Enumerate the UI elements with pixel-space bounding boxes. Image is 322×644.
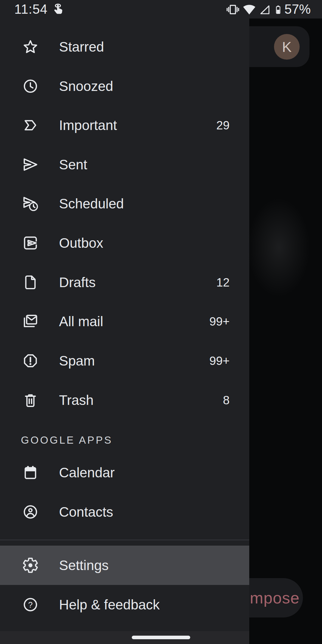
google-apps-section-header: GOOGLE APPS [21, 431, 113, 449]
navigation-drawer: Starred Snoozed Important 29 [0, 18, 249, 644]
status-bar: 11:54 [0, 0, 322, 18]
contacts-icon [22, 504, 39, 520]
clock-text: 11:54 [14, 0, 48, 18]
drawer-item-label: All mail [59, 302, 103, 341]
drawer-item-contacts[interactable]: Contacts [0, 492, 249, 532]
drawer-item-label: Drafts [59, 263, 96, 302]
drawer-item-label: Outbox [59, 223, 103, 263]
settings-gear-icon [22, 557, 39, 574]
drawer-item-label: Contacts [59, 492, 113, 532]
drawer-item-sent[interactable]: Sent [0, 145, 249, 184]
touch-gesture-icon [51, 3, 65, 16]
drawer-item-important[interactable]: Important 29 [0, 106, 249, 145]
gesture-handle[interactable] [132, 636, 190, 639]
drawer-item-settings[interactable]: Settings [0, 546, 249, 585]
trash-icon [22, 392, 39, 408]
svg-text:?: ? [28, 600, 33, 609]
label-important-icon [22, 117, 39, 134]
drawer-item-label: Trash [59, 380, 94, 420]
battery-percent-text: 57% [284, 0, 311, 18]
drawer-item-drafts[interactable]: Drafts 12 [0, 263, 249, 302]
all-mail-icon [22, 313, 39, 330]
navbar-shade [0, 631, 249, 644]
spam-icon [22, 352, 39, 369]
wifi-icon [243, 3, 256, 16]
drawer-item-outbox[interactable]: Outbox [0, 223, 249, 263]
drawer-item-label: Scheduled [59, 184, 124, 223]
drawer-item-count: 12 [216, 263, 230, 302]
drawer-item-trash[interactable]: Trash 8 [0, 380, 249, 420]
draft-file-icon [22, 274, 39, 291]
drawer-item-count: 8 [223, 380, 230, 420]
send-icon [22, 156, 39, 173]
drawer-divider [0, 540, 249, 540]
cell-signal-icon [258, 3, 271, 16]
drawer-item-label: Snoozed [59, 66, 113, 106]
vibrate-icon [227, 3, 239, 16]
drawer-item-scheduled[interactable]: Scheduled [0, 184, 249, 223]
drawer-item-count: 99+ [209, 302, 230, 341]
drawer-item-calendar[interactable]: Calendar [0, 453, 249, 492]
drawer-item-starred[interactable]: Starred [0, 27, 249, 66]
drawer-item-snoozed[interactable]: Snoozed [0, 66, 249, 106]
gmail-drawer-screen: K mpose 11:54 [0, 0, 322, 644]
drawer-item-label: Starred [59, 27, 104, 66]
outbox-icon [22, 235, 39, 251]
battery-icon [273, 2, 283, 17]
drawer-item-help[interactable]: ? Help & feedback [0, 585, 249, 624]
avatar[interactable]: K [274, 34, 300, 60]
compose-button-label: mpose [250, 578, 300, 617]
drawer-item-count: 99+ [209, 341, 230, 380]
drawer-item-label: Sent [59, 145, 87, 184]
drawer-item-label: Important [59, 106, 117, 145]
drawer-item-label: Settings [59, 546, 109, 585]
drawer-item-label: Calendar [59, 453, 115, 492]
schedule-send-icon [22, 195, 39, 212]
drawer-item-label: Spam [59, 341, 95, 380]
drawer-item-spam[interactable]: Spam 99+ [0, 341, 249, 380]
clock-icon [22, 78, 39, 95]
help-icon: ? [22, 596, 39, 613]
drawer-item-count: 29 [216, 106, 230, 145]
drawer-item-label: Help & feedback [59, 585, 160, 624]
calendar-icon [22, 464, 39, 481]
star-icon [22, 38, 39, 55]
drawer-item-all-mail[interactable]: All mail 99+ [0, 302, 249, 341]
